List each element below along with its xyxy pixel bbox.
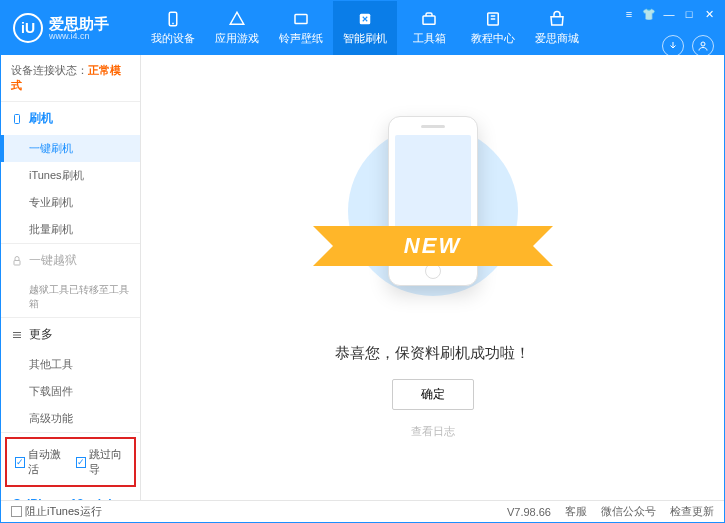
sidebar-flash-header[interactable]: 刷机	[1, 102, 140, 135]
section-title: 刷机	[29, 110, 53, 127]
svg-rect-9	[15, 114, 20, 123]
options-highlight-box: ✓ 自动激活 ✓ 跳过向导	[5, 437, 136, 487]
app-header: iU 爱思助手 www.i4.cn 我的设备 应用游戏 铃声壁纸 智能刷机 工具…	[1, 1, 724, 55]
ok-button[interactable]: 确定	[392, 379, 474, 410]
checkbox-icon: ✓	[15, 457, 25, 468]
close-button[interactable]: ✕	[702, 7, 716, 21]
success-illustration: NEW	[343, 116, 523, 316]
sidebar: 设备连接状态：正常模式 刷机 一键刷机 iTunes刷机 专业刷机 批量刷机 一…	[1, 55, 141, 500]
block-itunes-checkbox[interactable]: 阻止iTunes运行	[11, 504, 102, 519]
nav-toolbox[interactable]: 工具箱	[397, 1, 461, 55]
app-title: 爱思助手	[49, 16, 109, 31]
section-title: 更多	[29, 326, 53, 343]
wechat-link[interactable]: 微信公众号	[601, 504, 656, 519]
logo: iU 爱思助手 www.i4.cn	[1, 13, 141, 43]
sidebar-jailbreak-header: 一键越狱	[1, 244, 140, 277]
sidebar-itunes-flash[interactable]: iTunes刷机	[1, 162, 140, 189]
toolbox-icon	[420, 10, 438, 28]
minimize-button[interactable]: —	[662, 7, 676, 21]
nav-label: 铃声壁纸	[279, 31, 323, 46]
checkbox-label: 阻止iTunes运行	[25, 504, 102, 519]
sidebar-more-header[interactable]: 更多	[1, 318, 140, 351]
checkbox-label: 跳过向导	[89, 447, 127, 477]
nav-label: 我的设备	[151, 31, 195, 46]
version-label: V7.98.66	[507, 506, 551, 518]
sidebar-oneclick-flash[interactable]: 一键刷机	[1, 135, 140, 162]
nav-label: 应用游戏	[215, 31, 259, 46]
nav-label: 教程中心	[471, 31, 515, 46]
book-icon	[484, 10, 502, 28]
menu-icon	[11, 329, 23, 341]
sidebar-other-tools[interactable]: 其他工具	[1, 351, 140, 378]
nav-label: 爱思商城	[535, 31, 579, 46]
wallpaper-icon	[292, 10, 310, 28]
store-icon	[548, 10, 566, 28]
check-update-link[interactable]: 检查更新	[670, 504, 714, 519]
checkbox-icon: ✓	[76, 457, 86, 468]
download-icon	[667, 40, 679, 52]
connection-status: 设备连接状态：正常模式	[1, 55, 140, 102]
new-ribbon: NEW	[333, 226, 533, 266]
nav-label: 智能刷机	[343, 31, 387, 46]
apps-icon	[228, 10, 246, 28]
section-title: 一键越狱	[29, 252, 77, 269]
nav-flash[interactable]: 智能刷机	[333, 1, 397, 55]
phone-icon	[164, 10, 182, 28]
skin-button[interactable]: 👕	[642, 7, 656, 21]
nav-label: 工具箱	[413, 31, 446, 46]
status-bar: 阻止iTunes运行 V7.98.66 客服 微信公众号 检查更新	[1, 500, 724, 522]
svg-rect-14	[15, 500, 20, 501]
skip-guide-checkbox[interactable]: ✓ 跳过向导	[76, 447, 127, 477]
jailbreak-note: 越狱工具已转移至工具箱	[1, 277, 140, 317]
sidebar-download-firmware[interactable]: 下载固件	[1, 378, 140, 405]
lock-icon	[11, 255, 23, 267]
nav-store[interactable]: 爱思商城	[525, 1, 589, 55]
device-name: iPhone 12 mini	[11, 497, 130, 500]
main-content: NEW 恭喜您，保资料刷机成功啦！ 确定 查看日志	[141, 55, 724, 500]
nav-apps[interactable]: 应用游戏	[205, 1, 269, 55]
maximize-button[interactable]: □	[682, 7, 696, 21]
device-info-panel[interactable]: iPhone 12 mini 64GB Down-12mini-13,1	[1, 491, 140, 500]
svg-rect-10	[14, 260, 20, 265]
nav-tutorials[interactable]: 教程中心	[461, 1, 525, 55]
sidebar-advanced[interactable]: 高级功能	[1, 405, 140, 432]
svg-point-8	[701, 42, 705, 46]
nav-my-device[interactable]: 我的设备	[141, 1, 205, 55]
app-url: www.i4.cn	[49, 31, 109, 41]
svg-rect-2	[295, 15, 307, 24]
view-log-link[interactable]: 查看日志	[411, 424, 455, 439]
success-message: 恭喜您，保资料刷机成功啦！	[335, 344, 530, 363]
support-link[interactable]: 客服	[565, 504, 587, 519]
conn-label: 设备连接状态：	[11, 64, 88, 76]
sidebar-batch-flash[interactable]: 批量刷机	[1, 216, 140, 243]
user-button[interactable]	[692, 35, 714, 57]
download-button[interactable]	[662, 35, 684, 57]
flash-icon	[356, 10, 374, 28]
checkbox-label: 自动激活	[28, 447, 66, 477]
checkbox-icon	[11, 506, 22, 517]
svg-rect-4	[423, 16, 435, 24]
phone-icon	[11, 113, 23, 125]
user-icon	[697, 40, 709, 52]
sidebar-pro-flash[interactable]: 专业刷机	[1, 189, 140, 216]
auto-activate-checkbox[interactable]: ✓ 自动激活	[15, 447, 66, 477]
phone-icon	[11, 498, 23, 500]
menu-button[interactable]: ≡	[622, 7, 636, 21]
nav-ringtones[interactable]: 铃声壁纸	[269, 1, 333, 55]
logo-icon: iU	[13, 13, 43, 43]
